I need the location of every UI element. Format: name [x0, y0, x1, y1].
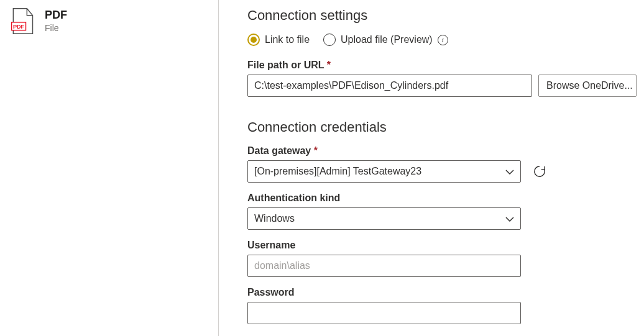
- filepath-label: File path or URL *: [247, 60, 637, 71]
- browse-onedrive-button[interactable]: Browse OneDrive...: [538, 75, 637, 97]
- gateway-select[interactable]: [On-premises][Admin] TestGateway23: [247, 160, 521, 183]
- gateway-label: Data gateway *: [247, 145, 637, 157]
- connector-subtitle: File: [45, 22, 67, 34]
- radio-upload-label: Upload file (Preview): [341, 34, 433, 45]
- radio-link-label: Link to file: [265, 34, 310, 45]
- password-input[interactable]: [247, 302, 521, 324]
- authkind-select[interactable]: Windows: [247, 207, 521, 230]
- refresh-icon: [533, 165, 546, 178]
- right-panel: Connection settings Link to file Upload …: [219, 0, 644, 336]
- username-label: Username: [247, 240, 637, 251]
- radio-unselected-icon: [323, 34, 336, 46]
- radio-upload-file[interactable]: Upload file (Preview) i: [323, 34, 448, 46]
- radio-selected-icon: [247, 34, 260, 46]
- gateway-select-value: [On-premises][Admin] TestGateway23: [254, 166, 421, 177]
- username-input[interactable]: [247, 255, 521, 277]
- authkind-select-value: Windows: [254, 213, 295, 224]
- connector-title: PDF: [45, 9, 67, 22]
- authkind-label: Authentication kind: [247, 193, 637, 204]
- left-panel: PDF PDF File: [0, 0, 219, 336]
- refresh-gateway-button[interactable]: [531, 163, 548, 180]
- filepath-input[interactable]: [247, 75, 532, 97]
- radio-link-to-file[interactable]: Link to file: [247, 34, 310, 46]
- required-star: *: [314, 145, 318, 156]
- svg-text:PDF: PDF: [13, 24, 25, 30]
- chevron-down-icon: [505, 213, 514, 224]
- info-icon[interactable]: i: [438, 35, 448, 45]
- chevron-down-icon: [505, 166, 514, 177]
- pdf-file-icon: PDF: [10, 7, 35, 35]
- credentials-heading: Connection credentials: [247, 119, 637, 135]
- required-star: *: [327, 60, 331, 70]
- connection-mode-radio-group: Link to file Upload file (Preview) i: [247, 34, 637, 46]
- settings-heading: Connection settings: [247, 7, 637, 24]
- password-label: Password: [247, 287, 637, 298]
